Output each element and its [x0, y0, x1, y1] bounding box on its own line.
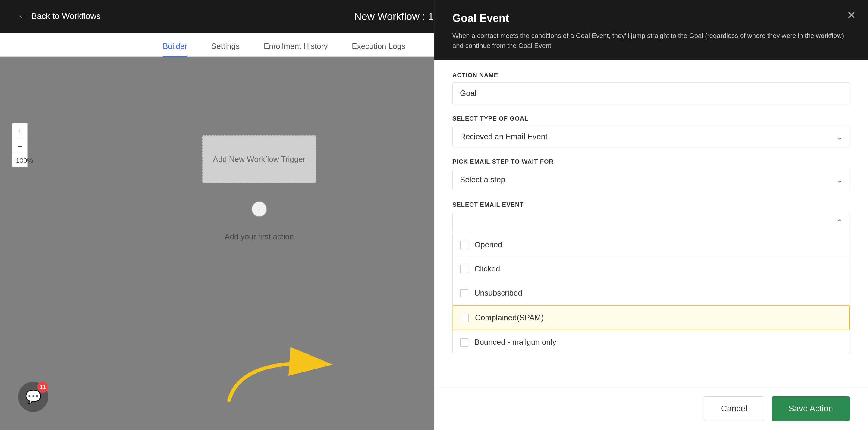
panel-footer: Cancel Save Action	[434, 387, 868, 430]
checkbox-complained[interactable]	[461, 314, 469, 322]
checkbox-clicked[interactable]	[460, 265, 468, 273]
annotation-arrow	[211, 322, 344, 407]
email-step-label: PICK EMAIL STEP TO WAIT FOR	[453, 158, 850, 165]
goal-type-select[interactable]: Recieved an Email Event	[453, 126, 850, 147]
back-label: Back to Workflows	[31, 11, 101, 21]
trigger-box-label: Add New Workflow Trigger	[213, 154, 305, 164]
goal-type-select-wrapper: Recieved an Email Event	[453, 126, 850, 147]
dropdown-item-unsubscribed[interactable]: Unsubscribed	[453, 281, 849, 305]
right-panel: ✕ Goal Event When a contact meets the co…	[434, 0, 868, 430]
tab-execution[interactable]: Execution Logs	[352, 41, 405, 57]
connector-line-bottom	[259, 217, 259, 229]
email-event-label: SELECT EMAIL EVENT	[453, 201, 850, 208]
action-name-input[interactable]	[453, 82, 850, 104]
zoom-in-button[interactable]: +	[12, 123, 28, 139]
action-name-field-group: ACTION NAME	[453, 72, 850, 104]
add-action-button[interactable]: +	[251, 201, 267, 217]
chat-widget[interactable]: 💬 11	[18, 382, 48, 412]
goal-type-field-group: SELECT TYPE OF GOAL Recieved an Email Ev…	[453, 115, 850, 147]
panel-close-button[interactable]: ✕	[847, 9, 856, 22]
label-bounced: Bounced - mailgun only	[474, 337, 556, 347]
dropdown-item-complained[interactable]: Complained(SPAM)	[453, 305, 849, 330]
email-event-dropdown-list: Opened Clicked Unsubscribed Complained(S…	[453, 233, 850, 355]
chat-badge: 11	[37, 382, 48, 393]
email-event-field-group: SELECT EMAIL EVENT ⌃ Opened Clicked Unsu…	[453, 201, 850, 355]
dropdown-item-bounced[interactable]: Bounced - mailgun only	[453, 330, 849, 354]
connector-line-top	[259, 183, 259, 201]
zoom-out-button[interactable]: −	[12, 139, 28, 154]
label-unsubscribed: Unsubscribed	[474, 288, 522, 298]
add-trigger-box[interactable]: Add New Workflow Trigger	[202, 135, 316, 183]
panel-description: When a contact meets the conditions of a…	[453, 31, 850, 51]
panel-header: ✕ Goal Event When a contact meets the co…	[434, 0, 868, 60]
label-complained: Complained(SPAM)	[475, 313, 544, 322]
tab-enrollment[interactable]: Enrollment History	[264, 41, 328, 57]
tab-builder[interactable]: Builder	[163, 41, 187, 57]
label-clicked: Clicked	[474, 264, 500, 274]
checkbox-opened[interactable]	[460, 241, 468, 249]
email-step-field-group: PICK EMAIL STEP TO WAIT FOR Select a ste…	[453, 158, 850, 190]
checkbox-unsubscribed[interactable]	[460, 289, 468, 298]
back-arrow-icon: ←	[18, 11, 28, 22]
chat-icon: 💬	[25, 389, 41, 405]
dropdown-item-clicked[interactable]: Clicked	[453, 257, 849, 281]
panel-title: Goal Event	[453, 12, 850, 25]
label-opened: Opened	[474, 240, 502, 249]
cancel-button[interactable]: Cancel	[704, 396, 764, 421]
back-to-workflows-link[interactable]: ← Back to Workflows	[18, 11, 101, 22]
panel-body: ACTION NAME SELECT TYPE OF GOAL Recieved…	[434, 60, 868, 387]
save-action-button[interactable]: Save Action	[772, 396, 850, 421]
action-name-label: ACTION NAME	[453, 72, 850, 79]
goal-type-label: SELECT TYPE OF GOAL	[453, 115, 850, 122]
dropdown-item-opened[interactable]: Opened	[453, 233, 849, 257]
email-event-dropdown[interactable]: ⌃	[453, 212, 850, 233]
add-first-action-label: Add your first action	[224, 232, 294, 241]
checkbox-bounced[interactable]	[460, 338, 468, 346]
email-event-chevron-icon: ⌃	[836, 218, 842, 226]
workflow-connector: + Add your first action	[224, 183, 294, 241]
zoom-controls: + − 100%	[12, 123, 28, 167]
tab-settings[interactable]: Settings	[211, 41, 240, 57]
email-step-select[interactable]: Select a step	[453, 169, 850, 190]
zoom-level-display: 100%	[12, 154, 28, 167]
email-step-select-wrapper: Select a step	[453, 169, 850, 190]
